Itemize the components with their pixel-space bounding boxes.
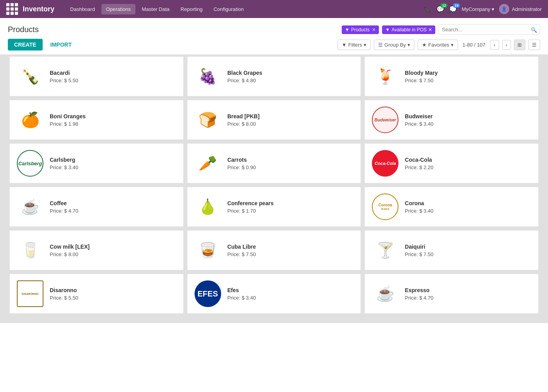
import-button[interactable]: IMPORT [46, 39, 76, 51]
product-name: Budweiser [405, 113, 433, 119]
pagination-prev[interactable]: ‹ [490, 40, 499, 50]
product-info: Carlsberg Price: $ 3.40 [50, 157, 78, 170]
product-card[interactable]: 🥛 Cow milk [LEX] Price: $ 8.00 [9, 230, 184, 270]
product-name: Bacardi [50, 70, 78, 76]
product-name: Conference pears [227, 200, 274, 206]
product-image: 🍹 [371, 62, 399, 90]
product-emoji: 🍹 [376, 69, 395, 84]
activity-icon[interactable]: 💭 24 [449, 5, 457, 13]
view-list-button[interactable]: ☰ [528, 40, 540, 50]
product-card[interactable]: ☕ Espresso Price: $ 4.70 [364, 274, 539, 314]
product-card[interactable]: 🍇 Black Grapes Price: $ 4.80 [187, 56, 361, 96]
product-emoji: 🍐 [198, 199, 217, 214]
product-price: Price: $ 4.80 [227, 78, 263, 83]
product-card[interactable]: 🍾 Bacardi Price: $ 5.50 [9, 56, 184, 96]
disaronno-logo: DISARONNO [17, 280, 43, 307]
company-selector[interactable]: MyCompany ▾ [461, 6, 494, 12]
product-card[interactable]: 🍸 Daiquiri Price: $ 7.50 [364, 230, 539, 270]
product-info: Daiquiri Price: $ 7.50 [405, 244, 433, 257]
product-price: Price: $ 3.40 [50, 164, 78, 170]
product-name: Carlsberg [50, 157, 78, 163]
apps-menu-icon[interactable] [6, 3, 18, 15]
messages-icon[interactable]: 💬 12 [436, 5, 444, 13]
product-image: EFES [194, 280, 222, 308]
product-card[interactable]: 🥕 Carrots Price: $ 0.90 [187, 143, 361, 183]
product-price: Price: $ 7.50 [227, 251, 256, 257]
user-menu[interactable]: 👤 Administrator [499, 4, 542, 14]
product-image: 🥕 [194, 149, 222, 177]
nav-operations[interactable]: Operations [101, 4, 136, 14]
product-info: Black Grapes Price: $ 4.80 [227, 70, 263, 83]
nav-reporting[interactable]: Reporting [176, 4, 207, 14]
product-card[interactable]: 🍞 Bread [PKB] Price: $ 8.00 [187, 100, 361, 140]
product-card[interactable]: Carlsberg Carlsberg Price: $ 3.40 [9, 143, 184, 183]
nav-configuration[interactable]: Configuration [209, 4, 248, 14]
filter-tag-pos-remove[interactable]: ✕ [428, 27, 432, 33]
product-price: Price: $ 8.00 [50, 251, 90, 257]
product-image: 🍾 [16, 62, 44, 90]
product-name: Black Grapes [227, 70, 263, 76]
nav-dashboard[interactable]: Dashboard [65, 4, 100, 14]
group-by-icon: ☰ [378, 42, 383, 48]
pagination-next[interactable]: › [502, 40, 511, 50]
product-price: Price: $ 2.20 [405, 164, 433, 170]
view-grid-button[interactable]: ⊞ [514, 40, 525, 50]
corona-logo: CoronaExtra [372, 193, 398, 220]
nav-master-data[interactable]: Master Data [137, 4, 174, 14]
product-name: Cow milk [LEX] [50, 244, 90, 250]
product-image: Carlsberg [16, 149, 44, 177]
favorites-button[interactable]: ★ Favorites ▾ [418, 40, 458, 50]
product-card[interactable]: EFES Efes Price: $ 3.40 [187, 274, 361, 314]
product-grid: 🍾 Bacardi Price: $ 5.50 🍇 Black Grapes P… [0, 54, 548, 323]
product-card[interactable]: ☕ Coffee Price: $ 4.70 [9, 187, 184, 227]
create-button[interactable]: CREATE [8, 39, 43, 51]
filter-tag-pos[interactable]: ▼ Available in POS ✕ [382, 25, 435, 34]
search-input[interactable] [438, 24, 540, 35]
filter-tag-pos-label: Available in POS [391, 27, 427, 33]
product-card[interactable]: 🍊 Boni Oranges Price: $ 1.98 [9, 100, 184, 140]
product-emoji: 🍇 [198, 69, 217, 84]
product-info: Bacardi Price: $ 5.50 [50, 70, 78, 83]
phone-icon[interactable]: 📞 [424, 5, 432, 13]
product-image: 🍐 [194, 193, 222, 221]
product-card[interactable]: 🍹 Bloody Mary Price: $ 7.50 [364, 56, 539, 96]
product-card[interactable]: 🍐 Conference pears Price: $ 1.70 [187, 187, 361, 227]
product-name: Bloody Mary [405, 70, 438, 76]
product-image: 🍸 [371, 236, 399, 264]
product-name: Cuba Libre [227, 244, 256, 250]
product-name: Coca-Cola [405, 157, 433, 163]
product-image: ☕ [371, 280, 399, 308]
product-price: Price: $ 4.70 [405, 295, 433, 301]
product-price: Price: $ 0.90 [227, 164, 256, 170]
product-info: Boni Oranges Price: $ 1.98 [50, 113, 86, 127]
filters-button[interactable]: ▼ Filters ▾ [337, 40, 371, 50]
product-image: DISARONNO [16, 280, 44, 308]
product-card[interactable]: Coca-Cola Coca-Cola Price: $ 2.20 [364, 143, 539, 183]
product-emoji: ☕ [376, 286, 395, 301]
filter-tag-products[interactable]: ▼ Products ✕ [342, 25, 379, 34]
product-price: Price: $ 8.00 [227, 121, 260, 127]
product-emoji: 🥃 [198, 243, 217, 258]
product-card[interactable]: DISARONNO Disaronno Price: $ 5.50 [9, 274, 184, 314]
product-info: Espresso Price: $ 4.70 [405, 287, 433, 301]
filter-icon: ▼ [345, 27, 350, 33]
product-info: Efes Price: $ 3.40 [227, 287, 256, 301]
messages-badge: 12 [440, 3, 447, 8]
product-image: ☕ [16, 193, 44, 221]
group-by-button[interactable]: ☰ Group By ▾ [374, 40, 415, 50]
user-avatar: 👤 [499, 4, 509, 14]
product-image: 🍇 [194, 62, 222, 90]
product-image: 🥃 [194, 236, 222, 264]
app-brand: Inventory [23, 5, 54, 13]
product-price: Price: $ 5.50 [50, 295, 78, 301]
product-card[interactable]: Budweiser Budweiser Price: $ 3.40 [364, 100, 539, 140]
product-card[interactable]: CoronaExtra Corona Price: $ 3.40 [364, 187, 539, 227]
search-bar: ▼ Products ✕ ▼ Available in POS ✕ 🔍 [342, 24, 540, 35]
product-card[interactable]: 🥃 Cuba Libre Price: $ 7.50 [187, 230, 361, 270]
product-image: Coca-Cola [371, 149, 399, 177]
product-name: Corona [405, 200, 433, 206]
product-price: Price: $ 5.50 [50, 78, 78, 83]
filter-tag-products-remove[interactable]: ✕ [372, 27, 376, 33]
username: Administrator [512, 6, 542, 12]
page-title: Products [8, 25, 39, 34]
